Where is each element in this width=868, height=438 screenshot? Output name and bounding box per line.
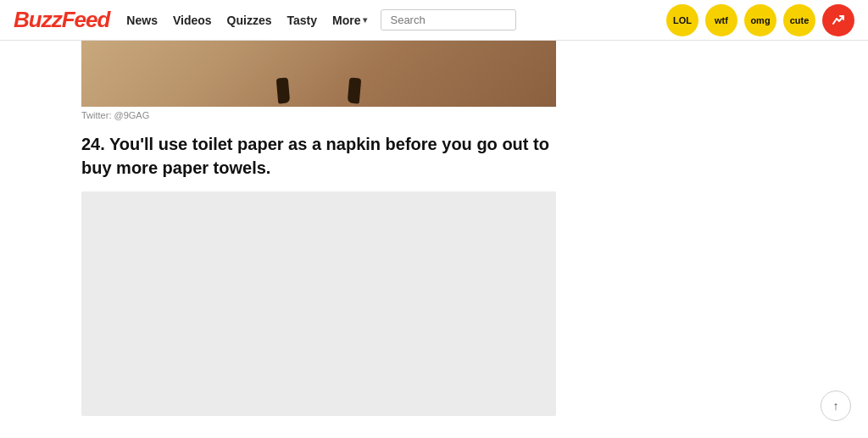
nav-link-quizzes[interactable]: Quizzes <box>227 14 272 27</box>
badge-lol[interactable]: LOL <box>666 4 698 36</box>
nav-item-videos[interactable]: Videos <box>173 13 212 28</box>
badge-wtf[interactable]: wtf <box>705 4 737 36</box>
trending-icon <box>832 14 845 27</box>
nav-link-videos[interactable]: Videos <box>173 14 212 27</box>
nav-item-more[interactable]: More ▾ <box>332 14 367 27</box>
navbar: BuzzFeed News Videos Quizzes Tasty More … <box>0 0 868 41</box>
article-area: Twitter: @9GAG 24. You'll use toilet pap… <box>81 41 641 416</box>
nav-link-news[interactable]: News <box>126 14 158 27</box>
shoe-left <box>276 77 291 103</box>
search-input[interactable] <box>381 9 516 30</box>
nav-item-quizzes[interactable]: Quizzes <box>227 13 272 28</box>
image-caption: Twitter: @9GAG <box>81 110 641 120</box>
image-placeholder-top <box>81 41 556 107</box>
site-logo[interactable]: BuzzFeed <box>14 7 109 33</box>
badge-cute[interactable]: cute <box>783 4 815 36</box>
nav-item-news[interactable]: News <box>126 13 158 28</box>
chevron-down-icon: ▾ <box>363 15 367 25</box>
scroll-to-top-button[interactable]: ↑ <box>821 391 851 421</box>
nav-link-tasty[interactable]: Tasty <box>287 14 317 27</box>
item-heading: 24. You'll use toilet paper as a napkin … <box>81 132 552 180</box>
badge-omg[interactable]: omg <box>744 4 776 36</box>
nav-badges: LOL wtf omg cute <box>666 4 854 36</box>
shoe-right <box>348 77 362 103</box>
article-top-image <box>81 41 556 107</box>
badge-trending[interactable] <box>822 4 854 36</box>
nav-link-more[interactable]: More ▾ <box>332 14 367 27</box>
nav-item-tasty[interactable]: Tasty <box>287 13 317 28</box>
main-content: Twitter: @9GAG 24. You'll use toilet pap… <box>0 41 868 416</box>
nav-links: News Videos Quizzes Tasty More ▾ <box>126 13 367 28</box>
article-content-image <box>81 191 556 416</box>
